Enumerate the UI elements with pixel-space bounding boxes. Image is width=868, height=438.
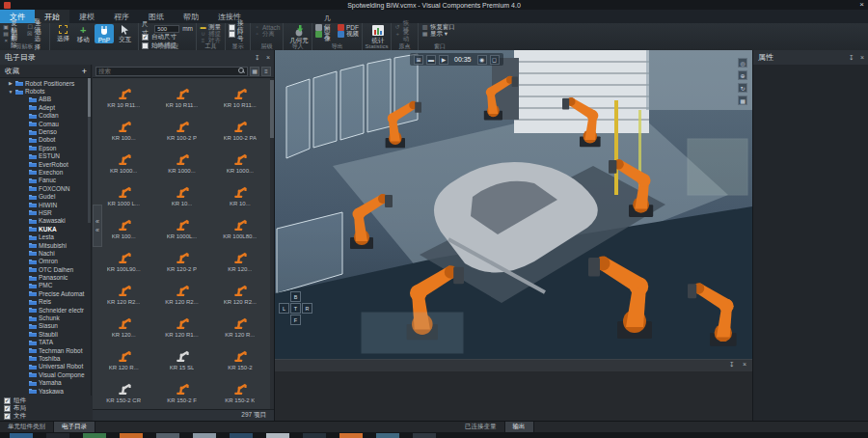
robot-thumbnail[interactable]: KR 150-2 CR [95,375,152,408]
robot-thumbnail[interactable]: KR 100L80... [211,211,269,244]
tree-item[interactable]: Schunk [0,314,91,321]
robot-thumbnail[interactable]: KR 150-2 F [152,375,210,408]
interact-button[interactable]: 交互 [115,24,135,43]
filter-checkbox[interactable]: ✓组件 [4,397,88,404]
robot-thumbnail[interactable]: KR 120 R... [211,310,269,342]
tree-item[interactable]: Reis [0,298,91,306]
robot-thumbnail[interactable]: KR 10 R11... [95,80,152,113]
taskbar-thumbnail[interactable] [230,433,253,438]
tree-item[interactable]: Schneider electr [0,306,91,314]
taskbar-thumbnail[interactable] [10,433,33,438]
grid-size-input[interactable] [154,25,179,33]
robot-thumbnail[interactable]: KR 10... [152,178,210,211]
tree-item[interactable]: Yamaha [0,378,91,386]
ribbon-tab[interactable]: 建模 [69,10,104,23]
measure-tool-icon[interactable]: ▬ [426,55,436,65]
export-item[interactable]: 视频 [338,31,359,38]
pin-icon[interactable]: ↧ [729,361,735,369]
robot-thumbnail[interactable]: KR 15 SL [152,342,210,375]
play-icon[interactable]: ▶ [439,55,448,65]
expander-icon[interactable]: ▼ [8,89,14,95]
robot-thumbnail[interactable]: KR 1000... [211,146,269,178]
statistics-button[interactable]: 统计 [366,24,391,45]
robot-thumbnail[interactable]: KR 100... [95,211,152,244]
grid-view-button[interactable]: ▦ [250,67,259,76]
tree-item[interactable]: Mitsubishi [0,241,91,249]
import-geometry-button[interactable]: 几何元 [286,24,312,45]
origin-item[interactable]: +移动 [394,31,415,38]
tree-item[interactable]: Toshiba [0,354,91,362]
dock-tab[interactable]: 已连接变量 [457,422,505,432]
taskbar-thumbnail[interactable] [156,433,179,438]
tree-item[interactable]: OTC Daihen [0,265,91,273]
fit-view-icon[interactable]: ◻ [490,55,500,65]
3d-viewport[interactable]: ⊞ ▬ ▶ 00:35 ◉ ◻ ◎ ⊕ ↻ ▦ B LTR F [275,50,752,359]
robot-thumbnail[interactable]: KR 10 R11... [152,80,210,113]
robot-thumbnail[interactable]: KR 1000... [152,146,210,178]
tree-item[interactable]: Exechon [0,168,91,176]
expander-icon[interactable]: ▶ [8,80,14,86]
tree-item[interactable]: Nachi [0,249,91,257]
tree-item[interactable]: ESTUN [0,152,91,160]
tree-item[interactable]: Gudel [0,192,91,200]
pin-icon[interactable]: ↧ [849,54,854,62]
tree-item[interactable]: Staubli [0,330,91,338]
sort-button[interactable]: ≡ [261,67,271,76]
robot-thumbnail[interactable]: KR 120-2 P [152,244,210,277]
tree-item[interactable]: ▶ Robot Positioners [0,79,91,87]
robot-thumbnail[interactable]: KR 120 R2... [95,277,152,310]
tree-item[interactable]: Comau [0,120,91,127]
close-window-icon[interactable]: × [859,0,864,9]
views-icon[interactable]: ▦ [738,96,747,105]
tree-item[interactable]: ABB [0,96,91,103]
view-back[interactable]: B [290,291,301,302]
search-field[interactable] [95,67,248,76]
robot-thumbnail[interactable]: KR 10... [211,178,269,211]
robot-thumbnail[interactable]: KR 100-2 PA [211,113,269,146]
robot-thumbnail[interactable]: KR 120... [95,310,152,342]
tree-item[interactable]: TATA [0,339,91,346]
robot-thumbnail[interactable]: KR 1000... [95,146,152,178]
tree-item[interactable]: Omron [0,258,91,265]
close-icon[interactable]: × [743,361,746,369]
pin-icon[interactable]: ↧ [255,54,260,62]
pan-icon[interactable]: ⊕ [738,70,747,80]
3d-scene[interactable] [275,50,752,359]
orbit-icon[interactable]: ◎ [738,58,747,68]
tree-scrollbar[interactable] [88,78,91,223]
robot-thumbnail[interactable]: KR 120 R2... [211,277,269,310]
robot-thumbnail[interactable]: KR 120 R2... [152,277,210,310]
tree-item[interactable]: EverRobot [0,160,91,168]
view-right[interactable]: R [302,303,312,314]
view-front[interactable]: F [290,315,301,325]
tree-item[interactable]: Denso [0,127,91,135]
grid-toggle-icon[interactable]: ⊞ [414,55,423,65]
view-left[interactable]: L [279,303,289,314]
search-input[interactable] [98,68,238,74]
close-icon[interactable]: × [266,54,270,62]
robot-thumbnail[interactable]: KR 150-2 K [211,375,269,408]
taskbar-thumbnail[interactable] [193,433,216,438]
pnp-button[interactable]: PnP [95,24,115,43]
tree-item[interactable]: Lesta [0,233,91,240]
tree-item[interactable]: PMC [0,282,91,289]
tree-item[interactable]: HSR [0,208,91,216]
taskbar-thumbnail[interactable] [339,433,363,438]
robot-thumbnail[interactable]: KR 150-2 [211,342,269,375]
taskbar-thumbnail[interactable] [46,433,69,438]
robot-thumbnail[interactable]: KR 10 R11... [211,80,269,113]
camera-icon[interactable]: ◉ [477,55,487,65]
tree-item[interactable]: Fanuc [0,177,91,184]
ribbon-tab[interactable]: 程序 [104,10,139,23]
robot-thumbnail[interactable]: KR 100-2 P [152,113,210,146]
select-button[interactable]: 选择 [53,24,73,43]
tree-item[interactable]: Epson [0,144,91,151]
show-checkbox[interactable]: ✓信号 [229,31,247,38]
tree-item[interactable]: HIWIN [0,201,91,208]
taskbar-thumbnail[interactable] [266,433,289,438]
tree-item[interactable]: Yaskawa [0,387,91,395]
grid-scrollbar[interactable] [270,78,274,409]
robot-thumbnail[interactable]: KR 120 R... [95,342,152,375]
filter-checkbox[interactable]: ✓布局 [4,405,88,412]
dock-tab[interactable]: 输出 [505,422,534,432]
